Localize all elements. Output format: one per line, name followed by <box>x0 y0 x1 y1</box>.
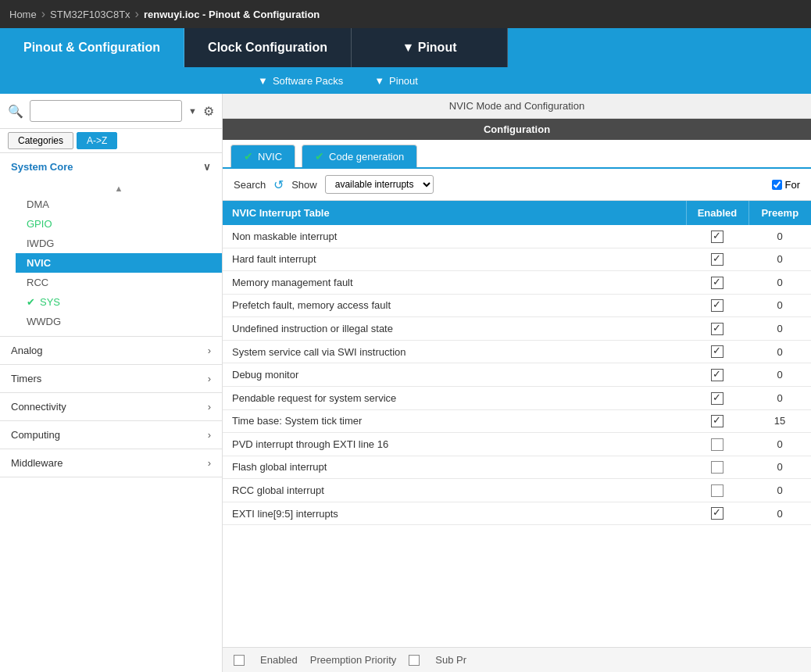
enabled-cell[interactable] <box>686 456 748 479</box>
config-tabs: ✔ NVIC ✔ Code generation <box>223 140 811 169</box>
preempt-cell: 0 <box>748 502 811 525</box>
table-row: Prefetch fault, memory access fault0 <box>223 294 811 317</box>
enabled-cell[interactable] <box>686 363 748 387</box>
sidebar-content: System Core ∨ ▲ DMA GPIO IWDG NVIC <box>0 153 222 672</box>
sidebar-item-rcc[interactable]: RCC <box>16 273 222 292</box>
enabled-cell[interactable] <box>686 225 748 248</box>
sidebar-section-computing: Computing › <box>0 421 222 449</box>
preempt-cell: 0 <box>748 386 811 409</box>
tab-pinout-label: ▼ Pinout <box>402 41 456 55</box>
sidebar-item-wwdg[interactable]: WWDG <box>16 312 222 331</box>
middleware-label: Middleware <box>11 457 63 469</box>
submenu-arrow-2: ▼ <box>374 75 384 87</box>
refresh-icon[interactable]: ↺ <box>273 177 284 192</box>
col-enabled: Enabled <box>686 201 748 225</box>
iwdg-label: IWDG <box>27 238 54 249</box>
checkbox-checked-icon <box>711 253 723 266</box>
enabled-cell[interactable] <box>686 386 748 409</box>
breadcrumb-home[interactable]: Home <box>9 9 37 20</box>
enabled-cell[interactable] <box>686 294 748 317</box>
config-tab-codegen[interactable]: ✔ Code generation <box>302 145 417 167</box>
sidebar-item-dma[interactable]: DMA <box>16 195 222 214</box>
sidebar-item-gpio[interactable]: GPIO <box>16 214 222 234</box>
checkbox-unchecked-icon[interactable] <box>711 461 723 474</box>
categories-tab-btn[interactable]: Categories <box>8 132 73 149</box>
config-tab-nvic[interactable]: ✔ NVIC <box>230 145 295 167</box>
dma-label: DMA <box>27 198 49 210</box>
submenu-software-packs[interactable]: ▼ Software Packs <box>242 67 359 94</box>
dropdown-arrow-icon[interactable]: ▼ <box>188 106 197 116</box>
enabled-cell[interactable] <box>686 433 748 456</box>
sidebar-section-middleware-header[interactable]: Middleware › <box>0 449 222 477</box>
table-row: RCC global interrupt0 <box>223 479 811 502</box>
show-select[interactable]: available interrupts <box>325 175 434 194</box>
submenu-packs-label: Software Packs <box>273 75 343 87</box>
tab-clock-config[interactable]: Clock Configuration <box>184 28 352 67</box>
sidebar-section-analog-header[interactable]: Analog › <box>0 337 222 364</box>
search-icon: 🔍 <box>8 104 23 119</box>
breadcrumb-sep-1: › <box>41 7 45 21</box>
submenu-arrow-1: ▼ <box>258 75 268 87</box>
table-row: Debug monitor0 <box>223 363 811 387</box>
table-row: Pendable request for system service0 <box>223 386 811 409</box>
sort-arrows: ▲ <box>16 182 222 195</box>
checkbox-checked-icon[interactable] <box>711 507 723 520</box>
interrupt-name-cell: Pendable request for system service <box>223 386 686 409</box>
preempt-cell: 0 <box>748 294 811 317</box>
sidebar-section-system-core: System Core ∨ ▲ DMA GPIO IWDG NVIC <box>0 153 222 337</box>
enabled-cell[interactable] <box>686 409 748 433</box>
system-core-chevron: ∨ <box>203 161 211 173</box>
timers-chevron: › <box>208 373 211 384</box>
search-bar: 🔍 ▼ ⚙ <box>0 94 222 129</box>
submenu-bar: ▼ Software Packs ▼ Pinout <box>0 67 811 94</box>
tab-pinout-config[interactable]: Pinout & Configuration <box>0 28 184 67</box>
tab-bar: Pinout & Configuration Clock Configurati… <box>0 28 811 67</box>
sidebar-item-nvic[interactable]: NVIC <box>16 253 222 273</box>
enabled-cell[interactable] <box>686 340 748 363</box>
table-row: Time base: System tick timer15 <box>223 409 811 433</box>
interrupt-name-cell: Time base: System tick timer <box>223 409 686 433</box>
sys-label: SYS <box>40 296 60 308</box>
legend-sub-label: Sub Pr <box>435 654 466 666</box>
enabled-cell[interactable] <box>686 248 748 271</box>
tab-buttons: Categories A->Z <box>0 129 222 153</box>
analog-label: Analog <box>11 345 42 356</box>
checkbox-checked-icon <box>711 299 723 312</box>
checkbox-unchecked-icon[interactable] <box>711 484 723 497</box>
sidebar-section-system-core-header[interactable]: System Core ∨ <box>0 153 222 181</box>
sidebar-item-iwdg[interactable]: IWDG <box>16 234 222 253</box>
breadcrumb-chip[interactable]: STM32F103C8Tx <box>50 9 130 20</box>
search-input[interactable] <box>30 100 182 122</box>
checkbox-unchecked-icon[interactable] <box>711 438 723 451</box>
gear-icon[interactable]: ⚙ <box>203 104 214 119</box>
submenu-pinout[interactable]: ▼ Pinout <box>359 67 434 94</box>
interrupt-name-cell: Flash global interrupt <box>223 456 686 479</box>
sidebar-item-sys[interactable]: ✔ SYS <box>16 292 222 312</box>
table-row: PVD interrupt through EXTI line 160 <box>223 433 811 456</box>
for-checkbox[interactable] <box>772 180 782 190</box>
gpio-label: GPIO <box>27 218 52 230</box>
preempt-cell: 0 <box>748 456 811 479</box>
enabled-cell[interactable] <box>686 479 748 502</box>
interrupt-name-cell: Debug monitor <box>223 363 686 387</box>
config-tab-nvic-label: NVIC <box>258 151 282 163</box>
interrupt-name-cell: Non maskable interrupt <box>223 225 686 248</box>
computing-chevron: › <box>208 429 211 441</box>
breadcrumb-file: renwuyi.ioc - Pinout & Configuration <box>144 9 320 20</box>
enabled-cell[interactable] <box>686 502 748 525</box>
connectivity-chevron: › <box>208 401 211 413</box>
az-tab-btn[interactable]: A->Z <box>77 132 117 149</box>
interrupt-name-cell: RCC global interrupt <box>223 479 686 502</box>
table-row: Memory management fault0 <box>223 271 811 295</box>
enabled-cell[interactable] <box>686 271 748 295</box>
sidebar-section-computing-header[interactable]: Computing › <box>0 421 222 449</box>
preempt-cell: 0 <box>748 271 811 295</box>
breadcrumb-bar: Home › STM32F103C8Tx › renwuyi.ioc - Pin… <box>0 0 811 28</box>
sidebar-section-connectivity-header[interactable]: Connectivity › <box>0 393 222 420</box>
enabled-cell[interactable] <box>686 317 748 341</box>
preempt-cell: 15 <box>748 409 811 433</box>
legend-preemption-label: Preemption Priority <box>310 654 397 666</box>
checkbox-checked-icon <box>711 392 723 405</box>
tab-pinout[interactable]: ▼ Pinout <box>352 28 508 67</box>
sidebar-section-timers-header[interactable]: Timers › <box>0 365 222 392</box>
